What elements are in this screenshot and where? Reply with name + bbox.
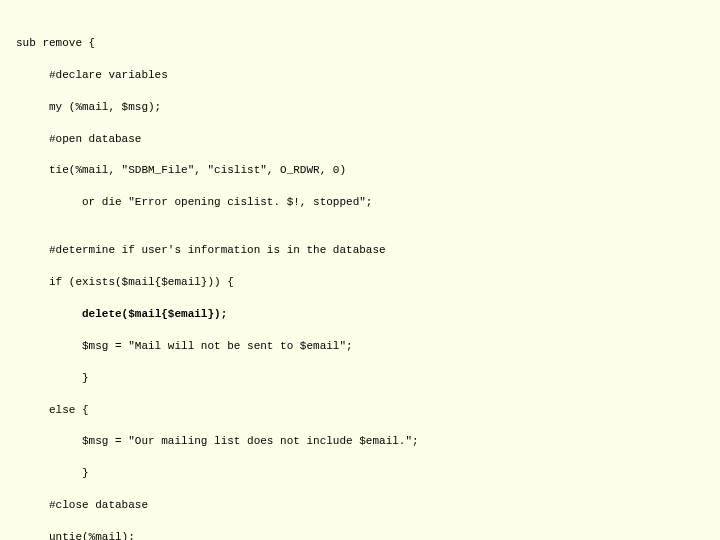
code-line: if (exists($mail{$email})) { <box>16 275 704 291</box>
code-line: $msg = "Mail will not be sent to $email"… <box>16 339 704 355</box>
code-line: #declare variables <box>16 68 704 84</box>
code-line: untie(%mail); <box>16 530 704 540</box>
code-indent <box>16 308 82 320</box>
code-line: sub remove { <box>16 36 704 52</box>
code-line: my (%mail, $msg); <box>16 100 704 116</box>
code-line: tie(%mail, "SDBM_File", "cislist", O_RDW… <box>16 163 704 179</box>
code-delete-call: delete($mail{$email}); <box>82 308 227 320</box>
code-line: #determine if user's information is in t… <box>16 243 704 259</box>
code-line: } <box>16 466 704 482</box>
code-line: $msg = "Our mailing list does not includ… <box>16 434 704 450</box>
code-line: #close database <box>16 498 704 514</box>
code-line: } <box>16 371 704 387</box>
code-line: or die "Error opening cislist. $!, stopp… <box>16 195 704 211</box>
code-line: #open database <box>16 132 704 148</box>
code-line: else { <box>16 403 704 419</box>
code-block: sub remove { #declare variables my (%mai… <box>0 0 720 540</box>
code-line: delete($mail{$email}); <box>16 307 704 323</box>
